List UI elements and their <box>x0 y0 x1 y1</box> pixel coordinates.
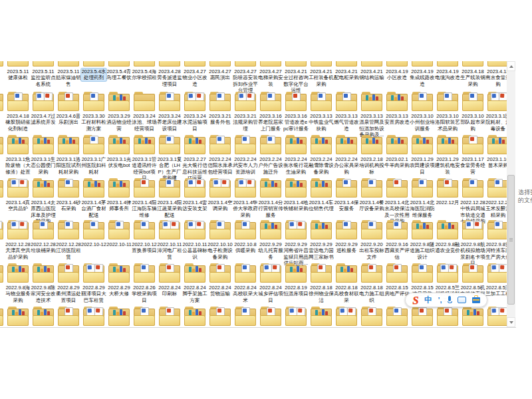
toolbox-icon[interactable] <box>472 297 480 303</box>
scroll-up-button[interactable] <box>507 61 515 71</box>
folder-item[interactable]: 2022.8.24脚手架施工方案 <box>182 263 207 303</box>
voice-input-icon[interactable] <box>448 296 452 305</box>
folder-item[interactable]: 2023.3.1危险废物（大修渣）处置 <box>5 134 31 175</box>
folder-item[interactable] <box>460 306 485 326</box>
folder-item[interactable]: 2022.12.28中铁四局城市轨道交通七号线采购 <box>460 178 485 225</box>
folder-item[interactable]: 2022.10.11漳河电厂租赁 <box>157 219 182 260</box>
folder-item-clipped[interactable] <box>0 178 5 198</box>
folder-item[interactable]: 2023.2.24户外广告设施迁升 <box>258 134 283 175</box>
folder-item[interactable]: 2023.1.4华侨大学政府采购 <box>233 178 258 218</box>
folder-item-clipped[interactable] <box>0 61 5 66</box>
folder-item[interactable]: 2023.2.24融雪除雪设备采购 <box>309 134 334 175</box>
folder-item[interactable] <box>56 306 81 326</box>
folder-item[interactable]: 2023.3.10小州创业培训服务 <box>410 91 435 132</box>
folder-item[interactable]: 2023.3.29酒店物业经营 <box>106 91 132 132</box>
folder-item[interactable]: 2022.10.11公墓墓碑标识 <box>182 219 207 260</box>
folder-item[interactable]: 2023.1.4砂石采购 <box>56 178 81 212</box>
folder-item[interactable]: 2023.1.4雷达安装支架 <box>182 178 207 212</box>
folder-item[interactable] <box>5 306 31 326</box>
folder-item[interactable]: 2023.4.6音乐剧演出 <box>56 91 81 126</box>
folder-item[interactable]: 2023.3.1洛阳医院试剂耗材采购 <box>56 134 81 175</box>
folder-item[interactable]: 2022.9.8海马物业服务采购 <box>5 263 31 303</box>
folder-item[interactable]: 2023.3.1光伏发电bot <box>106 134 132 169</box>
folder-item[interactable]: 2023.3.1管道通讯特许经营bot项目 <box>132 134 157 182</box>
folder-item[interactable]: 2023.1.17食堂劳务经营 <box>460 134 485 175</box>
folder-item[interactable]: 2023.4.21配电柜采购 <box>334 61 359 81</box>
folder-item[interactable]: 2023.4.19集成线路改造 <box>410 61 435 87</box>
folder-item[interactable]: 2023.1.29农田建设项目 <box>410 134 435 175</box>
folder-item[interactable]: 2023.2.24办公家具采购 <box>334 134 359 175</box>
folder-item-clipped[interactable] <box>0 306 5 326</box>
folder-item[interactable] <box>207 306 233 326</box>
folder-item[interactable]: 2023.1.4北海医院消防维保服务 <box>410 178 435 218</box>
folder-item[interactable] <box>334 306 359 326</box>
folder-item[interactable]: 2023.1.4地铁辅材采购 <box>283 178 309 212</box>
folder-item[interactable]: 2022.8.18电力施工组织 <box>359 263 384 303</box>
folder-item[interactable]: 2023.1.4北京高校保洁及一次性用品采购 <box>384 178 410 225</box>
folder-item[interactable]: 2022.12.28垃圾桶采购 <box>31 219 56 254</box>
folder-item[interactable] <box>410 306 435 326</box>
folder-item[interactable]: 2023.3.10部队超市采购 <box>460 91 485 132</box>
folder-item[interactable]: 2023.3.1生态公园便门采购 <box>31 134 56 175</box>
folder-item[interactable]: 2023.2.24衡水银行花生油采购 <box>283 134 309 175</box>
folder-item[interactable]: 2023.3.16养老院居家上门服务 <box>258 91 283 132</box>
folder-item[interactable]: 2023.1.4保安服务 <box>334 178 359 212</box>
folder-item[interactable]: 2022.8.19恒温库项目 <box>283 263 309 297</box>
folder-item[interactable]: 2023.2.24信阳水库承包经营项目 <box>207 134 233 175</box>
folder-item[interactable]: 2023.1.4餐厅设备采购 <box>359 178 384 212</box>
folder-item[interactable]: 2022.9.29河南省许昌监狱日用品供应站商... <box>283 219 309 267</box>
folder-item[interactable]: 2022.10.8供暖采购 <box>233 219 258 254</box>
sogou-logo-icon[interactable]: S <box>412 295 418 306</box>
folder-item[interactable] <box>435 306 460 326</box>
folder-item[interactable]: 2022.10-12 <box>81 219 106 247</box>
folder-item[interactable]: 2022.8.24印刷标 <box>157 263 182 297</box>
folder-item[interactable] <box>157 306 182 326</box>
folder-item[interactable]: 2023.1.4茅台酒厂食材配送 <box>81 178 106 218</box>
folder-item[interactable] <box>384 306 410 326</box>
folder-item[interactable] <box>81 306 106 326</box>
scroll-down-button[interactable] <box>507 317 515 327</box>
folder-item[interactable] <box>359 306 384 326</box>
folder-item[interactable]: 2022.8.29大桥大修 <box>106 263 132 297</box>
folder-item[interactable]: 2023.1.4真空共晶炉 <box>5 178 31 212</box>
folder-item[interactable]: 2022.8.29丽泽项目大巴车租赁 <box>81 263 106 303</box>
folder-item[interactable]: 2023.3.13温泉管网及恒温加热设备采购及... <box>359 91 384 138</box>
folder-item[interactable]: 2023.3.24水泥运输项目 <box>182 91 207 132</box>
folder-item[interactable]: 2022.8.24城乡评估项目 <box>258 263 283 303</box>
folder-item[interactable]: 2023.3.21服务外包 <box>207 91 233 126</box>
folder-item[interactable]: 2023.4.7过滤系统开发 <box>31 91 56 126</box>
folder-item[interactable]: 2023.4.21工程装备机采购 <box>309 61 334 87</box>
folder-item[interactable]: 2023.1.4太原西山医院床单及护理鞋采购 <box>31 178 56 225</box>
folder-item[interactable]: 2022.9.8陈家河安全改造技术 <box>31 263 56 303</box>
folder-item[interactable] <box>31 306 56 326</box>
scrollbar-thumb[interactable] <box>507 175 515 305</box>
folder-item[interactable]: 2022.10.10电子检测设备采购 <box>207 219 233 260</box>
folder-item[interactable]: 2023.5.4水处理药剂 <box>81 61 106 81</box>
folder-item[interactable]: 2023.5.11健康体检 <box>5 61 31 81</box>
folder-item[interactable] <box>258 306 283 326</box>
folder-item[interactable]: 2023.3.13安置房改造 <box>384 91 410 126</box>
folder-item[interactable]: 2023.2.27光大银行信息科技运维IT运营 <box>182 134 207 182</box>
folder-item[interactable]: 2022.9.8航机模拟舱场景剧名卡项目 <box>460 219 485 267</box>
punctuation-mode-icon[interactable]: ’, <box>438 297 442 304</box>
folder-item[interactable]: 2022.12月 <box>435 178 460 205</box>
folder-item[interactable]: 2022.12.28江坊医院租赁 <box>56 219 81 260</box>
folder-item[interactable]: 2023.1.4车位销售代理 <box>309 178 334 212</box>
folder-item[interactable]: 2022.10-11 <box>106 219 132 247</box>
folder-item[interactable]: 2023.4.19电缆沟改造 <box>435 61 460 81</box>
folder-item[interactable]: 2023.3.30工程材料检测方案 <box>81 91 106 132</box>
folder-item[interactable]: 2022.9.8隧道施工组织设计 <box>410 219 435 260</box>
folder-item[interactable] <box>106 306 132 326</box>
folder-item[interactable]: 2023.1.4阳江海防车辆维修 <box>132 178 157 218</box>
folder-item-clipped[interactable] <box>0 134 5 154</box>
folder-item[interactable]: 2023.3.1复合肥（LHP）生产厂房购建 <box>157 134 182 182</box>
folder-item[interactable]: 2022.12.28天津真空共晶炉采购 <box>5 219 31 260</box>
folder-item[interactable] <box>309 306 334 326</box>
folder-item[interactable]: 2022.8.24货物运输 <box>207 263 233 297</box>
folder-item[interactable]: 2023.1.4律师事务所 <box>106 178 132 212</box>
folder-item[interactable]: 2022.9.29雷达电力国网三家标书 <box>309 219 334 260</box>
vertical-scrollbar[interactable] <box>507 61 515 327</box>
folder-item[interactable] <box>182 306 207 326</box>
folder-item[interactable]: 2023.1.4分行营销宣传服务 <box>258 178 283 218</box>
folder-item[interactable]: 2023.4.21钢结构运输 <box>359 61 384 81</box>
